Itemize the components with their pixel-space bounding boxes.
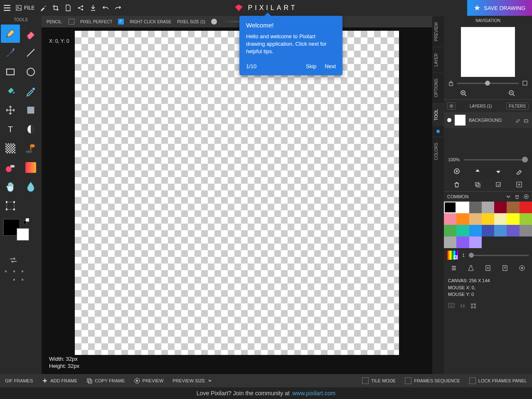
lighten-tool[interactable]: [21, 120, 40, 138]
fit-icon[interactable]: [522, 80, 528, 86]
palette-delete-icon[interactable]: [515, 194, 520, 199]
canvas[interactable]: [75, 31, 399, 355]
rectangle-tool[interactable]: [1, 63, 20, 81]
spray-tool[interactable]: [1, 158, 20, 177]
palette-color[interactable]: [444, 213, 456, 225]
zoom-in-icon[interactable]: [461, 90, 467, 97]
welcome-skip-button[interactable]: Skip: [306, 63, 316, 69]
add-frame-button[interactable]: ADD FRAME: [42, 378, 77, 384]
file-menu[interactable]: FILE: [16, 5, 34, 11]
swap-mini-icon[interactable]: [23, 218, 29, 224]
tab-layer[interactable]: LAYER: [432, 47, 444, 72]
navigation-preview[interactable]: [461, 27, 515, 77]
palette-color[interactable]: [520, 225, 532, 236]
tab-tool[interactable]: TOOL: [432, 103, 444, 126]
new-document-icon[interactable]: [64, 4, 72, 12]
undo-icon[interactable]: [102, 4, 109, 12]
secondary-color[interactable]: [17, 228, 29, 241]
layer-down-icon[interactable]: [495, 168, 502, 175]
frames-sequence-toggle[interactable]: FRAMES SEQUENCE: [405, 377, 460, 384]
keyboard-icon[interactable]: [448, 303, 455, 308]
settings-icon[interactable]: [460, 303, 466, 309]
palette-color[interactable]: [469, 202, 482, 213]
layer-edit2-icon[interactable]: [516, 168, 522, 175]
layer-up-icon[interactable]: [474, 168, 481, 175]
palette-color[interactable]: [520, 213, 532, 225]
palette-color[interactable]: [494, 202, 507, 213]
palette-color[interactable]: [456, 225, 469, 236]
lock-frames-toggle[interactable]: LOCK FRAMES PANEL: [469, 377, 527, 384]
select-tool[interactable]: [21, 101, 40, 119]
palette-color[interactable]: [507, 225, 519, 236]
palette-color[interactable]: [494, 213, 507, 225]
palette-color[interactable]: [482, 225, 494, 236]
target-icon[interactable]: [519, 265, 525, 271]
grid-view-icon[interactable]: [470, 303, 476, 309]
palette-color[interactable]: [482, 202, 494, 213]
list-icon[interactable]: [451, 265, 457, 271]
preview-size-dropdown[interactable]: PREVIEW SIZE: [172, 378, 212, 383]
flask-icon[interactable]: [468, 265, 474, 271]
eyedropper-tool[interactable]: [21, 82, 40, 100]
brush-tool[interactable]: [1, 44, 20, 62]
lock-icon[interactable]: [448, 80, 454, 86]
welcome-next-button[interactable]: Next: [325, 63, 336, 69]
layers-settings-button[interactable]: [447, 102, 456, 110]
palette-color[interactable]: [456, 213, 469, 225]
palette-color[interactable]: [507, 213, 519, 225]
palette-color[interactable]: [444, 225, 456, 236]
filters-button[interactable]: FILTERS: [506, 103, 529, 110]
layer-lock-icon[interactable]: [524, 118, 529, 123]
tile-mode-toggle[interactable]: TILE MODE: [362, 377, 396, 384]
palette-color[interactable]: [469, 236, 482, 248]
zoom-out-icon[interactable]: [509, 90, 515, 97]
delete-layer-icon[interactable]: [453, 181, 460, 188]
tab-options[interactable]: OPTIONS: [432, 72, 444, 103]
move-tool[interactable]: [1, 101, 20, 119]
gradient-tool[interactable]: [21, 158, 40, 177]
text-tool[interactable]: T: [1, 120, 20, 138]
palette-color[interactable]: [494, 225, 507, 236]
tab-preview[interactable]: PREVIEW: [432, 16, 444, 47]
download-icon[interactable]: [89, 4, 97, 12]
layer-edit-icon[interactable]: [515, 118, 520, 123]
palette-color[interactable]: [444, 236, 456, 248]
layer-visibility-icon[interactable]: [447, 118, 451, 122]
palette-color[interactable]: [469, 213, 482, 225]
palette-color[interactable]: [469, 225, 482, 236]
layer-row[interactable]: BACKGROUND: [444, 112, 532, 128]
stamp-tool[interactable]: [21, 139, 40, 158]
tab-colors[interactable]: COLORS: [432, 136, 444, 166]
export-palette-icon[interactable]: [502, 265, 508, 271]
bucket-tool[interactable]: [1, 82, 20, 100]
menu-icon[interactable]: [3, 4, 11, 12]
blur-tool[interactable]: [21, 177, 40, 196]
swap-colors-icon[interactable]: [9, 257, 17, 263]
line-tool[interactable]: [21, 44, 40, 62]
palette-add-icon[interactable]: [524, 194, 529, 199]
share-icon[interactable]: [77, 4, 84, 12]
crop-icon[interactable]: [52, 4, 59, 12]
eraser-tool[interactable]: [21, 25, 40, 43]
palette-dropdown-icon[interactable]: [506, 195, 510, 199]
copy-frame-button[interactable]: COPY FRAME: [86, 378, 125, 384]
size-presets[interactable]: [0, 266, 42, 285]
right-click-erase-checkbox[interactable]: [118, 19, 124, 25]
color-slider[interactable]: [469, 255, 529, 256]
flatten-icon[interactable]: [516, 181, 522, 188]
duplicate-layer-icon[interactable]: [474, 181, 481, 188]
palette-color[interactable]: [456, 236, 469, 248]
nav-zoom-slider[interactable]: [457, 83, 519, 84]
transform-tool[interactable]: [1, 197, 20, 215]
pixel-perfect-checkbox[interactable]: [69, 19, 74, 25]
add-color-button[interactable]: +: [447, 251, 458, 260]
save-drawing-button[interactable]: SAVE DRAWING: [467, 0, 532, 16]
add-layer-icon[interactable]: [453, 168, 460, 175]
redo-icon[interactable]: [114, 4, 122, 12]
import-palette-icon[interactable]: [485, 265, 491, 271]
palette-color[interactable]: [482, 213, 494, 225]
preview-button[interactable]: PREVIEW: [134, 378, 164, 384]
palette-color[interactable]: [456, 202, 469, 213]
dither-tool[interactable]: [1, 139, 20, 158]
pencil-tool[interactable]: [1, 25, 20, 43]
